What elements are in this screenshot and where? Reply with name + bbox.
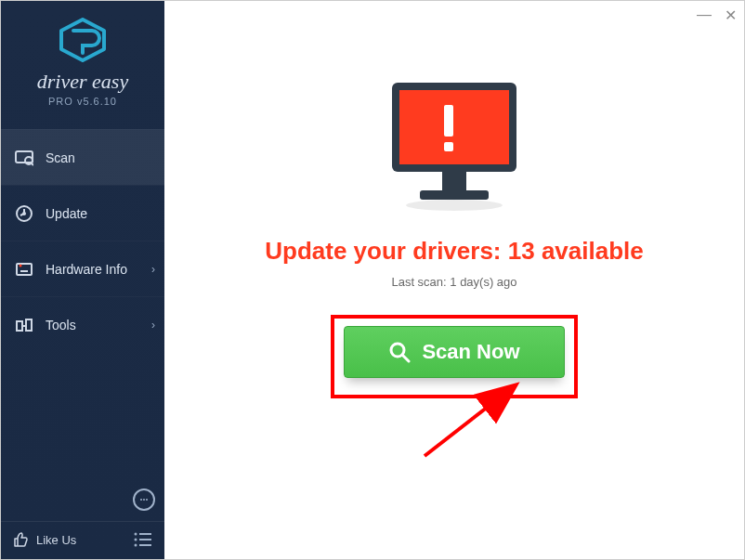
like-us-label: Like Us (36, 533, 76, 547)
headline-text: Update your drivers: 13 available (265, 237, 644, 266)
svg-line-31 (425, 391, 508, 456)
sidebar-item-tools[interactable]: Tools › (1, 296, 164, 352)
app-logo-icon (58, 18, 108, 62)
tools-icon (14, 315, 34, 335)
svg-point-15 (135, 533, 137, 536)
magnifier-icon (388, 341, 411, 363)
logo-block: driver easy PRO v5.6.10 (1, 1, 164, 116)
like-us-button[interactable]: Like Us (12, 531, 76, 548)
scan-now-button[interactable]: Scan Now (344, 326, 565, 378)
svg-rect-26 (420, 190, 489, 200)
svg-rect-23 (444, 105, 453, 137)
svg-rect-25 (442, 172, 466, 190)
scan-now-label: Scan Now (422, 340, 519, 364)
chevron-right-icon: › (151, 319, 155, 332)
content-center: Update your drivers: 13 available Last s… (164, 75, 744, 398)
last-scan-text: Last scan: 1 day(s) ago (391, 275, 516, 289)
alert-monitor-icon (375, 75, 533, 215)
svg-point-19 (135, 544, 137, 547)
hardware-info-icon (14, 259, 34, 280)
svg-rect-9 (17, 321, 22, 331)
app-window: driver easy PRO v5.6.10 Scan Update (0, 0, 745, 560)
svg-rect-22 (399, 90, 509, 164)
scan-icon (14, 148, 34, 168)
scan-button-highlight-box: Scan Now (331, 315, 578, 398)
sidebar-item-label: Tools (46, 318, 76, 332)
svg-point-17 (135, 539, 137, 541)
sidebar-item-hardware-info[interactable]: Hardware Info › (1, 241, 164, 296)
sidebar-item-scan[interactable]: Scan (1, 129, 164, 185)
minimize-button[interactable]: — (697, 7, 712, 24)
close-button[interactable]: ✕ (725, 7, 737, 24)
brand-name: driver easy (1, 72, 164, 92)
sidebar-item-label: Update (46, 206, 87, 221)
main-area: — ✕ Update your drivers: 13 available La… (164, 1, 744, 559)
svg-point-7 (20, 264, 22, 267)
svg-point-5 (22, 212, 26, 215)
feedback-icon[interactable] (133, 488, 155, 511)
sidebar-item-update[interactable]: Update (1, 185, 164, 241)
svg-line-29 (402, 355, 409, 361)
thumbs-up-icon (12, 531, 29, 548)
sidebar: driver easy PRO v5.6.10 Scan Update (1, 1, 164, 559)
sidebar-item-label: Scan (46, 150, 75, 165)
update-icon (14, 203, 34, 224)
version-label: PRO v5.6.10 (1, 96, 164, 107)
chevron-right-icon: › (151, 263, 155, 276)
svg-point-12 (140, 499, 142, 501)
nav: Scan Update Hardware Info › Tools (1, 129, 164, 352)
sidebar-floating-icons (133, 488, 155, 511)
svg-line-3 (32, 163, 33, 165)
svg-point-14 (146, 499, 148, 501)
svg-point-27 (406, 200, 503, 211)
svg-rect-10 (26, 319, 32, 331)
sidebar-bottom-bar: Like Us (1, 521, 164, 559)
svg-rect-6 (17, 264, 32, 275)
menu-list-icon[interactable] (133, 531, 153, 548)
svg-point-13 (143, 499, 145, 501)
window-controls: — ✕ (697, 7, 737, 24)
sidebar-item-label: Hardware Info (46, 262, 127, 277)
svg-rect-24 (444, 142, 453, 151)
